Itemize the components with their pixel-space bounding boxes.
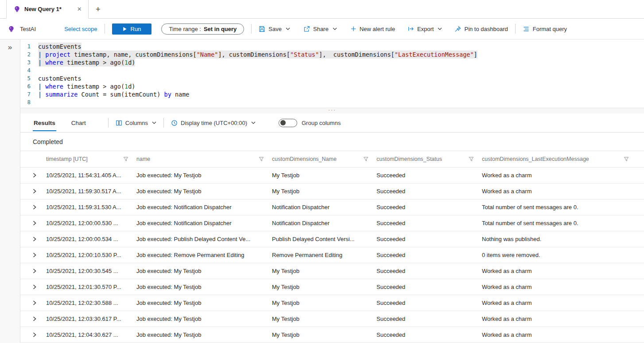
scope-name: TestAI <box>20 26 36 32</box>
cell-customdimensions-lastexecutionmessage: Total number of sent messages are 0. <box>482 204 644 210</box>
cell-customdimensions-status: Succeeded <box>376 204 482 210</box>
tab-chart[interactable]: Chart <box>70 115 87 131</box>
cell-customdimensions-name: My Testjob <box>272 172 376 179</box>
cell-customdimensions-name: My Testjob <box>272 331 376 338</box>
cell-customdimensions-status: Succeeded <box>376 172 482 179</box>
cell-customdimensions-name: Publish Delayed Content Versi... <box>272 236 376 242</box>
cell-customdimensions-status: Succeeded <box>376 284 482 290</box>
code-text: | summarize Count = sum(itemCount) by na… <box>38 90 189 98</box>
expand-row-icon[interactable] <box>33 300 46 305</box>
line-number: 8 <box>20 98 38 106</box>
table-row[interactable]: 10/25/2021, 12:02:30.588 ...Job executed… <box>20 295 644 311</box>
table-row[interactable]: 10/25/2021, 12:00:00.534 ...Job executed… <box>20 231 644 247</box>
code-text: customEvents <box>38 43 81 51</box>
run-button[interactable]: Run <box>112 23 152 35</box>
expand-row-icon[interactable] <box>33 173 46 178</box>
tab-results[interactable]: Results <box>33 115 56 131</box>
save-button[interactable]: Save <box>259 26 290 32</box>
new-alert-rule-button[interactable]: New alert rule <box>350 26 395 32</box>
expand-row-icon[interactable] <box>33 253 46 257</box>
format-query-button[interactable]: Format query <box>523 26 567 32</box>
collapsed-sidebar: » <box>0 39 20 343</box>
chevron-down-icon <box>251 121 256 124</box>
divider <box>163 118 164 128</box>
expand-row-icon[interactable] <box>33 189 46 194</box>
export-button[interactable]: Export <box>407 26 442 32</box>
cell-customdimensions-lastexecutionmessage: Total number of sent messages are 0. <box>482 220 644 226</box>
cell-name: Job executed: My Testjob <box>136 188 272 195</box>
filter-icon[interactable] <box>123 156 128 162</box>
filter-icon[interactable] <box>624 156 629 162</box>
code-line: 3| where timestamp > ago(1d) <box>20 58 644 66</box>
chevron-down-icon <box>333 27 337 30</box>
group-columns-label: Group columns <box>302 120 341 126</box>
play-icon <box>123 27 127 31</box>
expand-row-icon[interactable] <box>33 237 46 242</box>
toggle-knob <box>280 120 286 125</box>
code-text: customEvents <box>38 74 81 82</box>
cell-timestamp: 10/25/2021, 12:00:10.530 P... <box>46 252 136 258</box>
cell-customdimensions-status: Succeeded <box>376 236 482 242</box>
cell-customdimensions-lastexecutionmessage: Worked as a charm <box>482 331 644 338</box>
divider <box>515 24 516 34</box>
cell-customdimensions-name: My Testjob <box>272 300 376 306</box>
table-row[interactable]: 10/25/2021, 12:01:30.570 P...Job execute… <box>20 279 644 295</box>
filter-icon[interactable] <box>363 156 369 162</box>
filter-icon[interactable] <box>259 156 264 162</box>
table-row[interactable]: 10/25/2021, 12:03:30.617 P...Job execute… <box>20 311 644 327</box>
code-text: | where timestamp > ago(1d) <box>38 58 135 66</box>
display-time-dropdown[interactable]: Display time (UTC+00:00) <box>171 120 256 126</box>
save-icon <box>259 26 265 32</box>
header-customdimensions-name[interactable]: customDimensions_Name <box>272 156 376 162</box>
table-row[interactable]: 10/25/2021, 12:00:00.530 ...Job executed… <box>20 215 644 231</box>
cell-name: Job executed: My Testjob <box>136 268 272 274</box>
line-number: 1 <box>20 43 38 51</box>
main-content: » 1customEvents2| project timestamp, nam… <box>0 39 644 343</box>
cell-timestamp: 10/25/2021, 12:00:30.545 ... <box>46 268 136 274</box>
table-row[interactable]: 10/25/2021, 12:00:10.530 P...Job execute… <box>20 247 644 263</box>
app-insights-icon <box>8 26 15 32</box>
cell-customdimensions-name: Notification Dispatcher <box>272 220 376 226</box>
cell-name: Job executed: Notification Dispatcher <box>136 204 272 210</box>
editor-results-splitter[interactable]: ··· <box>20 108 644 113</box>
table-row[interactable]: 10/25/2021, 11:59:31.530 A...Job execute… <box>20 199 644 215</box>
cell-name: Job executed: My Testjob <box>136 331 272 338</box>
expand-row-icon[interactable] <box>33 269 46 273</box>
tab-new-query-1[interactable]: New Query 1* ✕ <box>6 0 89 19</box>
time-range-picker[interactable]: Time range : Set in query <box>161 23 244 35</box>
header-timestamp[interactable]: timestamp [UTC] <box>46 156 136 162</box>
expand-row-icon[interactable] <box>33 285 46 289</box>
new-tab-button[interactable]: + <box>89 0 108 18</box>
table-row[interactable]: 10/25/2021, 11:54:31.405 A...Job execute… <box>20 168 644 183</box>
app-insights-icon <box>14 6 20 12</box>
header-name[interactable]: name <box>136 156 272 162</box>
cell-customdimensions-status: Succeeded <box>376 331 482 338</box>
expand-row-icon[interactable] <box>33 205 46 210</box>
code-line: 1customEvents <box>20 43 644 51</box>
header-customdimensions-status[interactable]: customDimensions_Status <box>376 156 482 162</box>
query-editor[interactable]: 1customEvents2| project timestamp, name,… <box>20 39 644 108</box>
cell-customdimensions-name: My Testjob <box>272 284 376 290</box>
select-scope-link[interactable]: Select scope <box>64 26 97 32</box>
chevron-down-icon <box>152 121 156 124</box>
table-row[interactable]: 10/25/2021, 11:59:30.517 A...Job execute… <box>20 183 644 199</box>
table-row[interactable]: 10/25/2021, 12:04:30.627 ...Job executed… <box>20 327 644 343</box>
divider <box>251 24 252 34</box>
filter-icon[interactable] <box>469 156 474 162</box>
code-line: 7| summarize Count = sum(itemCount) by n… <box>20 90 644 98</box>
close-tab-icon[interactable]: ✕ <box>77 6 82 12</box>
code-line: 6| where timestamp > ago(1d) <box>20 82 644 90</box>
columns-dropdown[interactable]: Columns <box>116 120 156 126</box>
cell-customdimensions-lastexecutionmessage: Worked as a charm <box>482 300 644 306</box>
group-columns-toggle[interactable] <box>279 119 297 127</box>
share-button[interactable]: Share <box>303 26 337 32</box>
cell-name: Job executed: My Testjob <box>136 300 272 306</box>
expand-row-icon[interactable] <box>33 221 46 226</box>
expand-row-icon[interactable] <box>33 316 46 321</box>
header-customdimensions-lastexecutionmessage[interactable]: customDimensions_LastExecutionMessage <box>482 156 644 162</box>
expand-sidebar-icon[interactable]: » <box>8 43 12 52</box>
table-row[interactable]: 10/25/2021, 12:00:30.545 ...Job executed… <box>20 263 644 279</box>
pin-to-dashboard-button[interactable]: Pin to dashboard <box>454 26 508 32</box>
expand-row-icon[interactable] <box>33 332 46 337</box>
cell-timestamp: 10/25/2021, 11:59:31.530 A... <box>46 204 136 210</box>
